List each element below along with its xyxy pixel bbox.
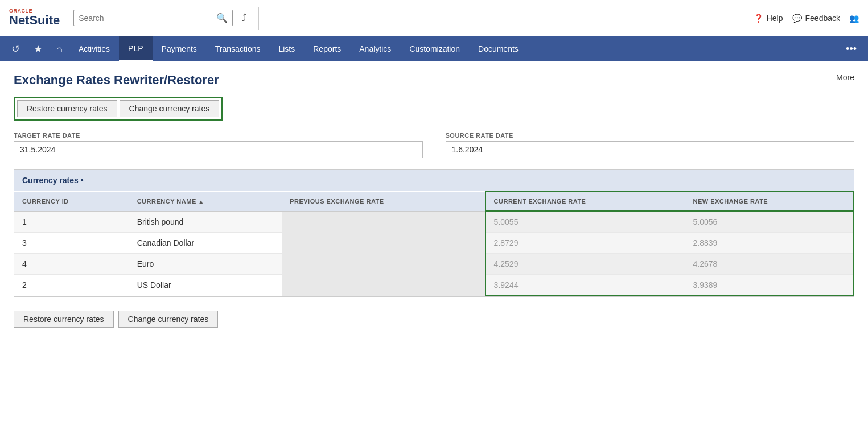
- restore-currency-rates-button-bottom[interactable]: Restore currency rates: [14, 311, 114, 328]
- nav-home-icon[interactable]: ⌂: [50, 43, 69, 55]
- cell-new-exchange-rate: 4.2678: [685, 254, 853, 275]
- search-box[interactable]: 🔍: [73, 10, 233, 26]
- help-item[interactable]: ❓ Help: [754, 14, 783, 23]
- nav-lists[interactable]: Lists: [269, 36, 304, 61]
- help-icon: ❓: [754, 14, 763, 23]
- cell-new-exchange-rate: 5.0056: [685, 211, 853, 233]
- more-link[interactable]: More: [836, 73, 854, 82]
- table-row: 2US Dollar3.92443.9389: [14, 275, 853, 296]
- table-section-header: Currency rates •: [14, 170, 854, 191]
- user-icon-item[interactable]: 👥: [849, 14, 859, 23]
- form-row: TARGET RATE DATE SOURCE RATE DATE: [14, 132, 854, 158]
- nav-activities[interactable]: Activities: [69, 36, 119, 61]
- col-header-current-exchange-rate: CURRENT EXCHANGE RATE: [486, 192, 685, 211]
- nav-reports[interactable]: Reports: [304, 36, 350, 61]
- source-rate-date-group: SOURCE RATE DATE: [446, 132, 855, 158]
- main-content: Exchange Rates Rewriter/Restorer More Re…: [0, 61, 868, 339]
- cell-current-exchange-rate: 4.2529: [486, 254, 685, 275]
- search-input[interactable]: [79, 14, 216, 23]
- restore-currency-rates-button-top[interactable]: Restore currency rates: [17, 100, 117, 117]
- navbar: ↺ ★ ⌂ Activities PLP Payments Transactio…: [0, 36, 868, 61]
- header: ORACLE NetSuite 🔍 ⤴ ❓ Help 💬 Feedback 👥: [0, 0, 868, 36]
- target-rate-date-label: TARGET RATE DATE: [14, 132, 423, 139]
- user-icon: 👥: [849, 14, 859, 23]
- table-header-row: CURRENCY ID CURRENCY NAME ▲ PREVIOUS EXC…: [14, 192, 853, 211]
- nav-icon-button[interactable]: ⤴: [242, 12, 247, 24]
- nav-payments[interactable]: Payments: [153, 36, 206, 61]
- cell-current-exchange-rate: 3.9244: [486, 275, 685, 296]
- netsuite-label: NetSuite: [9, 14, 60, 27]
- cell-previous-exchange-rate: [282, 275, 485, 296]
- nav-more-icon[interactable]: •••: [839, 43, 863, 55]
- change-currency-rates-button-top[interactable]: Change currency rates: [120, 100, 220, 117]
- bottom-action-buttons-group: Restore currency rates Change currency r…: [14, 311, 854, 328]
- cell-previous-exchange-rate: [282, 211, 485, 233]
- header-divider: [258, 7, 259, 30]
- col-header-currency-name[interactable]: CURRENCY NAME ▲: [129, 192, 282, 211]
- col-header-new-exchange-rate: NEW EXCHANGE RATE: [685, 192, 853, 211]
- cell-current-exchange-rate: 2.8729: [486, 233, 685, 254]
- cell-previous-exchange-rate: [282, 233, 485, 254]
- page-title: Exchange Rates Rewriter/Restorer: [14, 73, 219, 88]
- nav-analytics[interactable]: Analytics: [350, 36, 400, 61]
- nav-transactions[interactable]: Transactions: [206, 36, 270, 61]
- cell-current-exchange-rate: 5.0055: [486, 211, 685, 233]
- nav-star-icon[interactable]: ★: [27, 43, 50, 55]
- cell-currency-id: 3: [14, 233, 129, 254]
- nav-documents[interactable]: Documents: [469, 36, 528, 61]
- cell-currency-name: US Dollar: [129, 275, 282, 296]
- cell-currency-name: Euro: [129, 254, 282, 275]
- cell-currency-name: British pound: [129, 211, 282, 233]
- cell-currency-id: 4: [14, 254, 129, 275]
- source-rate-date-label: SOURCE RATE DATE: [446, 132, 855, 139]
- search-button[interactable]: 🔍: [216, 13, 228, 23]
- cell-currency-id: 1: [14, 211, 129, 233]
- top-action-buttons-group: Restore currency rates Change currency r…: [14, 97, 223, 121]
- col-header-currency-id: CURRENCY ID: [14, 192, 129, 211]
- feedback-label: Feedback: [805, 14, 840, 23]
- help-label: Help: [767, 14, 783, 23]
- header-right: ❓ Help 💬 Feedback 👥: [754, 14, 859, 23]
- table-row: 3Canadian Dollar2.87292.8839: [14, 233, 853, 254]
- table-row: 1British pound5.00555.0056: [14, 211, 853, 233]
- target-rate-date-input[interactable]: [14, 141, 423, 158]
- sort-arrow-icon: ▲: [198, 198, 204, 205]
- currency-rates-table-section: Currency rates • CURRENCY ID CURRENCY NA…: [14, 169, 854, 297]
- col-header-previous-exchange-rate: PREVIOUS EXCHANGE RATE: [282, 192, 485, 211]
- currency-rates-table: CURRENCY ID CURRENCY NAME ▲ PREVIOUS EXC…: [14, 191, 854, 296]
- feedback-icon: 💬: [792, 14, 802, 23]
- cell-previous-exchange-rate: [282, 254, 485, 275]
- cell-currency-id: 2: [14, 275, 129, 296]
- source-rate-date-input[interactable]: [446, 141, 855, 158]
- cell-currency-name: Canadian Dollar: [129, 233, 282, 254]
- nav-history-icon[interactable]: ↺: [5, 43, 27, 55]
- target-rate-date-group: TARGET RATE DATE: [14, 132, 423, 158]
- logo: ORACLE NetSuite: [9, 8, 60, 27]
- feedback-item[interactable]: 💬 Feedback: [792, 14, 840, 23]
- cell-new-exchange-rate: 2.8839: [685, 233, 853, 254]
- change-currency-rates-button-bottom[interactable]: Change currency rates: [118, 311, 219, 328]
- page-header: Exchange Rates Rewriter/Restorer More: [14, 73, 854, 88]
- cell-new-exchange-rate: 3.9389: [685, 275, 853, 296]
- nav-plp[interactable]: PLP: [119, 36, 152, 61]
- nav-customization[interactable]: Customization: [400, 36, 469, 61]
- table-row: 4Euro4.25294.2678: [14, 254, 853, 275]
